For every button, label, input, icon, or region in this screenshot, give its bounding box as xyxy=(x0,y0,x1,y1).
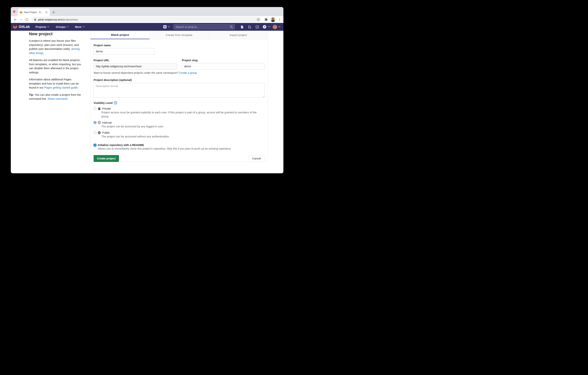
intro-paragraph-3: Information about additional Pages templ… xyxy=(29,77,82,90)
help-icon[interactable]: ? xyxy=(263,25,266,29)
window-close-button[interactable] xyxy=(13,11,15,13)
gitlab-logo-icon[interactable] xyxy=(13,25,17,29)
gitlab-main-menu: Projects Groups More xyxy=(35,25,84,28)
back-icon xyxy=(14,18,17,21)
project-name-label: Project name xyxy=(94,44,265,47)
tab-import-project[interactable]: Import project xyxy=(209,31,268,39)
back-button[interactable] xyxy=(13,17,18,22)
tab-create-from-template[interactable]: Create from template xyxy=(149,31,209,39)
private-option-description: Project access must be granted explicitl… xyxy=(101,110,265,119)
chevron-down-icon xyxy=(67,26,69,27)
user-identicon xyxy=(273,25,277,29)
readme-description: Allows you to immediately clone this pro… xyxy=(98,147,265,150)
tab-blank-project[interactable]: Blank project xyxy=(91,31,149,39)
intro-paragraph-2: All features are enabled for blank proje… xyxy=(29,58,82,75)
extensions-icon[interactable] xyxy=(264,18,268,21)
https-lock-icon xyxy=(34,18,36,21)
private-option-name: Private xyxy=(102,107,111,110)
url-text: gitlab.widgetcorp.tech/projects/new xyxy=(38,18,255,21)
menu-groups[interactable]: Groups xyxy=(56,25,69,28)
gitlab-brand[interactable]: GitLab xyxy=(19,25,30,29)
public-option-description: The project can be accessed without any … xyxy=(101,135,265,139)
readme-label: Initialize repository with a README xyxy=(98,143,144,146)
profile-photo xyxy=(271,17,275,22)
cancel-button[interactable]: Cancel xyxy=(248,155,265,162)
search-icon xyxy=(230,25,233,28)
project-description-label: Project description (optional) xyxy=(94,78,265,81)
visibility-level-label: Visibility Level xyxy=(94,101,113,104)
project-slug-label: Project slug xyxy=(182,59,265,62)
visibility-level-header: Visibility Level ? xyxy=(94,101,265,104)
new-tab-button[interactable] xyxy=(51,10,56,15)
tab-title: New Project · GitLab xyxy=(24,11,43,14)
new-menu-plus-icon[interactable] xyxy=(163,25,167,28)
form-actions: Create project Cancel xyxy=(94,155,265,162)
lock-icon xyxy=(98,107,101,110)
intro-sidebar: New project A project is where you house… xyxy=(29,32,82,104)
project-name-input[interactable] xyxy=(94,48,155,55)
project-url-label: Project URL xyxy=(94,59,177,62)
menu-projects[interactable]: Projects xyxy=(35,25,49,28)
browser-profile-avatar[interactable] xyxy=(271,17,275,22)
internal-radio[interactable] xyxy=(94,121,96,124)
internal-option-name: Internal xyxy=(102,121,112,124)
screenshot-root: { "browser": { "tab_title": "New Project… xyxy=(0,0,294,188)
pages-guide-link[interactable]: Pages getting started guide xyxy=(44,86,78,89)
private-radio[interactable] xyxy=(94,107,96,110)
page-content: New project A project is where you house… xyxy=(11,31,284,173)
url-slug-row: Project URL Project slug xyxy=(94,55,265,70)
intro-paragraph-1: A project is where you house your files … xyxy=(29,39,82,55)
chevron-down-icon xyxy=(47,26,49,27)
check-icon xyxy=(94,144,96,146)
page-title: New project xyxy=(29,32,82,36)
intro-tip: Tip: You can also create a project from … xyxy=(29,93,82,101)
chevron-down-icon xyxy=(83,26,85,27)
global-search xyxy=(174,24,235,30)
namespace-hint: Want to house several dependent projects… xyxy=(94,71,265,74)
visibility-help-icon[interactable]: ? xyxy=(114,101,117,104)
search-input[interactable] xyxy=(176,25,229,28)
url-bar[interactable]: gitlab.widgetcorp.tech/projects/new xyxy=(32,17,262,22)
url-path: /projects/new xyxy=(63,18,78,21)
forward-button[interactable] xyxy=(19,17,23,22)
browser-tab[interactable]: New Project · GitLab xyxy=(18,9,50,16)
bookmark-star-icon[interactable] xyxy=(256,18,260,21)
public-option-name: Public xyxy=(102,131,110,134)
shield-icon xyxy=(98,121,101,124)
browser-tab-strip: New Project · GitLab xyxy=(11,7,284,16)
browser-window: New Project · GitLab xyxy=(11,7,284,173)
textarea-resize-grip[interactable] xyxy=(262,95,264,97)
show-command-link[interactable]: Show command xyxy=(48,97,67,100)
visibility-option-internal: Internal The project can be accessed by … xyxy=(94,121,265,129)
project-slug-input[interactable] xyxy=(182,63,265,70)
internal-option-description: The project can be accessed by any logge… xyxy=(101,125,265,129)
project-type-tabs: Blank project Create from template Impor… xyxy=(91,31,268,39)
project-description-textarea[interactable] xyxy=(94,83,265,98)
blank-project-form: Project name Project URL Project slug Wa… xyxy=(91,39,268,162)
readme-checkbox[interactable] xyxy=(94,144,96,146)
readme-row: Initialize repository with a README xyxy=(94,143,265,146)
merge-requests-icon[interactable] xyxy=(248,25,251,29)
gitlab-navbar: GitLab Projects Groups More xyxy=(11,23,284,31)
chevron-down-icon[interactable] xyxy=(168,26,170,27)
todos-icon[interactable] xyxy=(256,25,259,29)
user-avatar[interactable] xyxy=(273,25,277,29)
project-url-input[interactable] xyxy=(94,63,177,70)
visibility-option-private: Private Project access must be granted e… xyxy=(94,107,265,119)
forward-icon xyxy=(19,18,23,21)
public-radio[interactable] xyxy=(94,131,96,134)
tab-close-icon[interactable] xyxy=(45,11,48,14)
reload-button[interactable] xyxy=(24,17,29,22)
menu-more[interactable]: More xyxy=(75,25,85,28)
gitlab-favicon-icon xyxy=(20,11,22,14)
new-project-panel: Blank project Create from template Impor… xyxy=(90,31,268,162)
create-group-link[interactable]: Create a group. xyxy=(179,71,197,74)
browser-menu-icon[interactable] xyxy=(278,18,281,21)
chevron-down-icon[interactable] xyxy=(278,26,280,27)
browser-toolbar: gitlab.widgetcorp.tech/projects/new xyxy=(11,16,284,23)
url-host: gitlab.widgetcorp.tech xyxy=(38,18,63,21)
create-project-button[interactable]: Create project xyxy=(94,155,119,162)
issues-icon[interactable] xyxy=(240,25,244,29)
globe-icon xyxy=(98,131,101,134)
chevron-down-icon[interactable] xyxy=(268,26,270,27)
